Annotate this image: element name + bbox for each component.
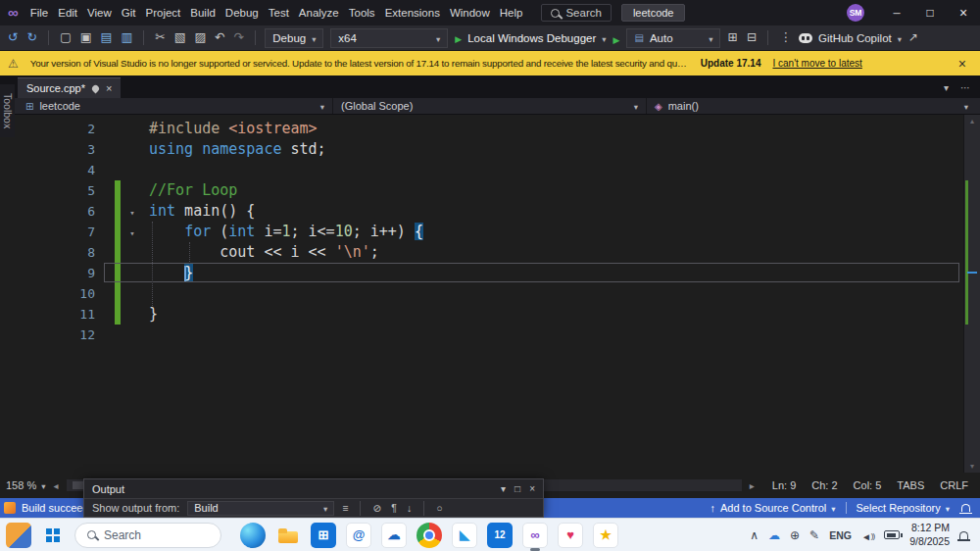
- mail-icon[interactable]: @: [346, 523, 371, 548]
- edge-icon[interactable]: [240, 523, 266, 548]
- github-copilot-button[interactable]: GitHub Copilot: [799, 32, 902, 44]
- menu-help[interactable]: Help: [495, 0, 528, 25]
- menu-tools[interactable]: Tools: [344, 0, 380, 25]
- menu-view[interactable]: View: [82, 0, 117, 25]
- dismiss-link[interactable]: I can't move to latest: [772, 58, 861, 69]
- code-line[interactable]: 9 }: [0, 263, 963, 283]
- onedrive-tray-icon[interactable]: ☁: [768, 529, 780, 541]
- update-link[interactable]: Update 17.14: [701, 58, 761, 69]
- store-icon[interactable]: ⊞: [311, 523, 336, 548]
- media-player-icon[interactable]: ♥: [558, 523, 583, 548]
- toolbox-tab[interactable]: Toolbox: [0, 84, 15, 137]
- menu-extensions[interactable]: Extensions: [380, 0, 445, 25]
- scope-dropdown[interactable]: (Global Scope): [333, 98, 647, 114]
- pin-icon[interactable]: [90, 83, 100, 93]
- auto-attach-dropdown[interactable]: ▤ Auto: [626, 28, 720, 48]
- cut-icon[interactable]: ✂: [155, 31, 165, 44]
- notification-bell-icon[interactable]: [959, 531, 968, 539]
- redo-icon[interactable]: ↷: [234, 31, 244, 44]
- file-explorer-icon[interactable]: [275, 523, 301, 548]
- tab-options-icon[interactable]: ⋯: [960, 82, 970, 93]
- add-to-source-control-button[interactable]: ↑ Add to Source Control: [710, 502, 835, 514]
- immediate-window-icon[interactable]: ⊟: [747, 31, 757, 44]
- word-wrap-icon[interactable]: ¶: [391, 503, 397, 514]
- menu-window[interactable]: Window: [445, 0, 495, 25]
- code-editor[interactable]: 2#include <iostream>3using namespace std…: [0, 115, 980, 473]
- scroll-up-icon[interactable]: ▴: [964, 117, 980, 125]
- code-line[interactable]: 2#include <iostream>: [0, 119, 963, 139]
- title-search[interactable]: Search: [541, 4, 611, 22]
- copy-icon[interactable]: ▧: [174, 31, 186, 44]
- tab-list-icon[interactable]: ▾: [944, 82, 949, 93]
- menu-file[interactable]: File: [25, 0, 54, 25]
- code-line[interactable]: 3using namespace std;: [0, 139, 963, 160]
- code-line[interactable]: 7 for (int i=1; i<=10; i++) {: [0, 222, 963, 242]
- solution-platforms-dropdown[interactable]: x64: [330, 28, 448, 48]
- undo-icon[interactable]: ↶: [215, 31, 224, 44]
- tray-chevron-icon[interactable]: ∧: [750, 529, 759, 541]
- code-line[interactable]: 8 cout << i << '\n';: [0, 242, 963, 263]
- clear-all-icon[interactable]: ⊘: [372, 503, 381, 514]
- collapse-icon[interactable]: [124, 201, 140, 224]
- menu-edit[interactable]: Edit: [53, 0, 82, 25]
- code-line[interactable]: 4: [0, 160, 963, 180]
- navigate-forward-icon[interactable]: ↻: [26, 31, 36, 44]
- line-indicator[interactable]: Ln: 9: [772, 479, 796, 491]
- chrome-icon[interactable]: [416, 523, 442, 548]
- menu-build[interactable]: Build: [185, 0, 220, 25]
- close-button[interactable]: [947, 0, 980, 25]
- save-icon[interactable]: ▤: [101, 31, 113, 44]
- open-folder-icon[interactable]: ▣: [80, 31, 92, 44]
- volume-icon[interactable]: [861, 526, 874, 544]
- menu-test[interactable]: Test: [264, 0, 294, 25]
- zoom-control[interactable]: 158 %: [6, 479, 45, 491]
- member-dropdown[interactable]: ◈ main(): [647, 98, 980, 114]
- infobar-close-icon[interactable]: ×: [953, 56, 972, 72]
- vscode-icon[interactable]: ◣: [452, 523, 477, 548]
- indent-indicator[interactable]: TABS: [897, 479, 924, 491]
- start-without-debugging-icon[interactable]: [613, 29, 620, 47]
- pinned-app-icon[interactable]: [6, 523, 31, 548]
- feedback-icon[interactable]: [4, 502, 16, 514]
- code-line[interactable]: 11}: [0, 304, 963, 325]
- output-source-dropdown[interactable]: Build: [187, 501, 334, 516]
- menu-debug[interactable]: Debug: [220, 0, 264, 25]
- code-line[interactable]: 6int main() {: [0, 201, 963, 222]
- new-file-icon[interactable]: ▢: [60, 31, 72, 44]
- history-icon[interactable]: ○: [436, 503, 442, 514]
- user-avatar[interactable]: SM: [847, 4, 864, 22]
- battery-icon[interactable]: [884, 530, 900, 539]
- share-icon[interactable]: [908, 31, 918, 44]
- start-button[interactable]: [40, 523, 66, 548]
- scroll-left-icon[interactable]: ◂: [53, 480, 58, 491]
- autoscroll-icon[interactable]: ↓: [407, 503, 412, 514]
- tab-source-cpp[interactable]: Source.cpp* ×: [18, 77, 121, 98]
- tab-close-icon[interactable]: ×: [106, 82, 112, 94]
- favorites-icon[interactable]: ★: [593, 523, 618, 548]
- find-message-icon[interactable]: ≡: [342, 503, 348, 514]
- code-line[interactable]: 12: [0, 325, 963, 345]
- notifications-bell-icon[interactable]: [961, 504, 970, 512]
- code-line[interactable]: 5//For Loop: [0, 180, 963, 201]
- output-panel-header[interactable]: Output ▾□×: [84, 479, 543, 498]
- save-all-icon[interactable]: ▥: [121, 31, 132, 44]
- visual-studio-icon[interactable]: ∞: [522, 523, 548, 548]
- onedrive-app-icon[interactable]: ☁: [381, 523, 407, 548]
- vertical-scrollbar[interactable]: ▴ ▾: [963, 115, 980, 473]
- navigate-backward-icon[interactable]: ↺: [8, 31, 18, 44]
- column-indicator[interactable]: Col: 5: [854, 479, 882, 491]
- select-repository-button[interactable]: Select Repository: [857, 502, 951, 514]
- toolbar-overflow-icon[interactable]: ⋮: [779, 31, 792, 44]
- taskbar-search[interactable]: Search: [74, 523, 221, 548]
- minimize-button[interactable]: [880, 0, 913, 25]
- project-dropdown[interactable]: ⊞ leetcode: [18, 98, 333, 114]
- maximize-button[interactable]: [913, 0, 947, 25]
- line-ending-indicator[interactable]: CRLF: [940, 479, 968, 491]
- scroll-right-icon[interactable]: ▸: [750, 480, 755, 491]
- code-area[interactable]: 2#include <iostream>3using namespace std…: [0, 119, 963, 345]
- menu-project[interactable]: Project: [140, 0, 185, 25]
- close-panel-icon[interactable]: ×: [529, 484, 535, 494]
- char-indicator[interactable]: Ch: 2: [811, 479, 837, 491]
- menu-analyze[interactable]: Analyze: [294, 0, 344, 25]
- start-debugging-button[interactable]: Local Windows Debugger: [455, 32, 606, 44]
